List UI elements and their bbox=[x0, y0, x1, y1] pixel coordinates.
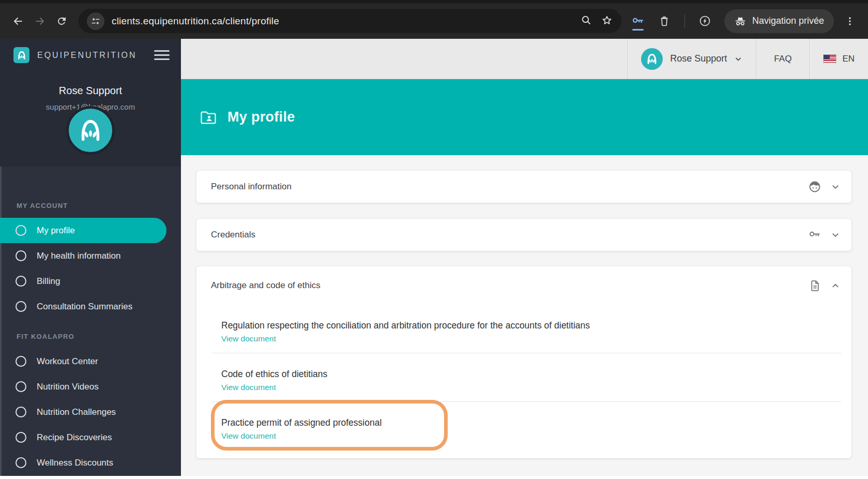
sidebar-item-label: Recipe Discoveries bbox=[37, 432, 112, 443]
sidebar-item-label: Billing bbox=[37, 276, 60, 287]
back-icon bbox=[12, 15, 24, 27]
password-key-icon bbox=[631, 14, 645, 28]
user-menu[interactable]: Rose Support bbox=[627, 39, 756, 79]
extension-button[interactable] bbox=[694, 10, 716, 32]
bookmark-button[interactable] bbox=[601, 14, 613, 28]
sidebar-item-label: My profile bbox=[37, 226, 75, 236]
circle-bullet-icon bbox=[16, 407, 26, 417]
url-input[interactable]: clients.equipenutrition.ca/client/profil… bbox=[112, 16, 574, 27]
page-title: My profile bbox=[227, 109, 295, 125]
sidebar-item-label: Workout Center bbox=[37, 356, 98, 367]
sidebar-item-label: Nutrition Videos bbox=[37, 382, 99, 392]
extension-shield-bolt-icon bbox=[698, 14, 711, 27]
reload-button[interactable] bbox=[51, 10, 72, 32]
sidebar-item-billing[interactable]: Billing bbox=[0, 268, 166, 294]
circle-bullet-icon bbox=[16, 276, 26, 287]
sidebar-item-nutrition-videos[interactable]: Nutrition Videos bbox=[0, 374, 166, 399]
document-title: Code of ethics of dietitians bbox=[221, 367, 851, 381]
chevron-down-icon bbox=[734, 55, 742, 63]
sidebar-item-wellness-discounts[interactable]: Wellness Discounts bbox=[0, 450, 166, 475]
sidebar-item-consultation-summaries[interactable]: Consultation Summaries bbox=[0, 294, 166, 319]
sidebar-section-fit-koalapro: FIT KOALAPRO bbox=[17, 333, 181, 340]
credentials-header[interactable]: Credentials bbox=[196, 219, 851, 251]
delete-browsing-data-button[interactable] bbox=[653, 10, 675, 32]
card-title: Arbitrage and code of ethics bbox=[211, 280, 809, 291]
incognito-icon bbox=[734, 15, 747, 27]
credentials-card: Credentials bbox=[196, 219, 851, 251]
brand-logo bbox=[13, 47, 29, 63]
view-document-link[interactable]: View document bbox=[221, 429, 276, 443]
circle-bullet-icon bbox=[16, 381, 26, 392]
page-banner: My profile bbox=[181, 79, 868, 155]
sidebar-item-workout-center[interactable]: Workout Center bbox=[0, 349, 166, 374]
brand-name: EQUIPENUTRITION bbox=[37, 51, 154, 60]
back-button[interactable] bbox=[7, 10, 29, 32]
view-document-link[interactable]: View document bbox=[221, 381, 276, 394]
sidebar-item-nutrition-challenges[interactable]: Nutrition Challenges bbox=[0, 399, 166, 425]
personal-information-header[interactable]: Personal information bbox=[196, 171, 851, 203]
sidebar-nav: MY ACCOUNT My profile My health informat… bbox=[0, 167, 181, 475]
folder-account-icon bbox=[199, 108, 218, 127]
us-flag-icon bbox=[823, 54, 836, 63]
card-title: Credentials bbox=[211, 230, 808, 240]
chevron-up-icon[interactable] bbox=[831, 281, 840, 290]
bookmark-star-icon bbox=[601, 14, 613, 26]
browser-menu-button[interactable] bbox=[839, 10, 861, 32]
chevron-down-icon[interactable] bbox=[831, 182, 840, 191]
kebab-menu-icon bbox=[844, 16, 856, 27]
sidebar-item-label: Wellness Discounts bbox=[37, 458, 113, 468]
document-title: Practice permit of assigned professional bbox=[221, 416, 851, 429]
site-info-button[interactable] bbox=[87, 12, 104, 30]
document-row-regulation: Regulation respecting the conciliation a… bbox=[196, 305, 851, 353]
zoom-icon bbox=[580, 14, 592, 26]
sidebar-item-label: Consultation Summaries bbox=[37, 302, 132, 312]
site-info-icon bbox=[90, 16, 101, 26]
hamburger-icon[interactable] bbox=[154, 50, 170, 60]
face-icon bbox=[808, 180, 821, 193]
incognito-badge[interactable]: Navigation privée bbox=[724, 9, 834, 33]
forward-icon bbox=[34, 15, 46, 27]
sidebar-item-label: My health information bbox=[37, 251, 121, 261]
avatar bbox=[641, 48, 663, 70]
language-switcher[interactable]: EN bbox=[809, 39, 868, 79]
topbar-user-name: Rose Support bbox=[670, 53, 727, 64]
circle-bullet-icon bbox=[16, 356, 26, 367]
sidebar-item-recipe-discoveries[interactable]: Recipe Discoveries bbox=[0, 425, 166, 450]
address-bar[interactable]: clients.equipenutrition.ca/client/profil… bbox=[79, 9, 621, 33]
incognito-label: Navigation privée bbox=[752, 16, 824, 26]
browser-toolbar: clients.equipenutrition.ca/client/profil… bbox=[0, 0, 868, 39]
sidebar-item-my-profile[interactable]: My profile bbox=[0, 218, 166, 243]
ethics-header[interactable]: Arbitrage and code of ethics bbox=[196, 266, 851, 305]
trash-icon bbox=[658, 15, 671, 27]
language-label: EN bbox=[842, 54, 855, 64]
toolbar-divider bbox=[684, 14, 685, 28]
personal-information-card: Personal information bbox=[196, 171, 851, 203]
sidebar-item-my-health-information[interactable]: My health information bbox=[0, 243, 166, 268]
avatar bbox=[66, 106, 115, 155]
faq-link[interactable]: FAQ bbox=[756, 39, 809, 79]
chevron-down-icon[interactable] bbox=[831, 230, 840, 240]
view-document-link[interactable]: View document bbox=[221, 332, 276, 346]
sidebar-user-name: Rose Support bbox=[0, 85, 181, 97]
circle-bullet-icon bbox=[16, 432, 26, 443]
document-title: Regulation respecting the conciliation a… bbox=[221, 319, 851, 332]
reload-icon bbox=[55, 15, 68, 27]
page-content: Personal information Credentials bbox=[181, 155, 868, 476]
password-manager-button[interactable] bbox=[628, 11, 648, 32]
circle-bullet-icon bbox=[16, 457, 26, 468]
circle-bullet-icon bbox=[16, 301, 26, 312]
card-title: Personal information bbox=[211, 182, 808, 192]
document-row-code-of-ethics: Code of ethics of dietitians View docume… bbox=[196, 353, 851, 401]
document-row-practice-permit: Practice permit of assigned professional… bbox=[196, 402, 851, 450]
document-icon bbox=[809, 279, 821, 292]
forward-button[interactable] bbox=[29, 10, 51, 32]
zoom-button[interactable] bbox=[580, 14, 592, 28]
sidebar: EQUIPENUTRITION Rose Support support+1@k… bbox=[0, 39, 181, 476]
key-icon bbox=[808, 228, 821, 242]
app-topbar: Rose Support FAQ EN bbox=[181, 39, 868, 79]
ethics-card: Arbitrage and code of ethics Regulation … bbox=[196, 266, 851, 458]
circle-bullet-icon bbox=[16, 250, 26, 261]
sidebar-section-my-account: MY ACCOUNT bbox=[17, 202, 181, 209]
circle-bullet-icon bbox=[16, 225, 26, 236]
sidebar-item-label: Nutrition Challenges bbox=[37, 407, 116, 417]
